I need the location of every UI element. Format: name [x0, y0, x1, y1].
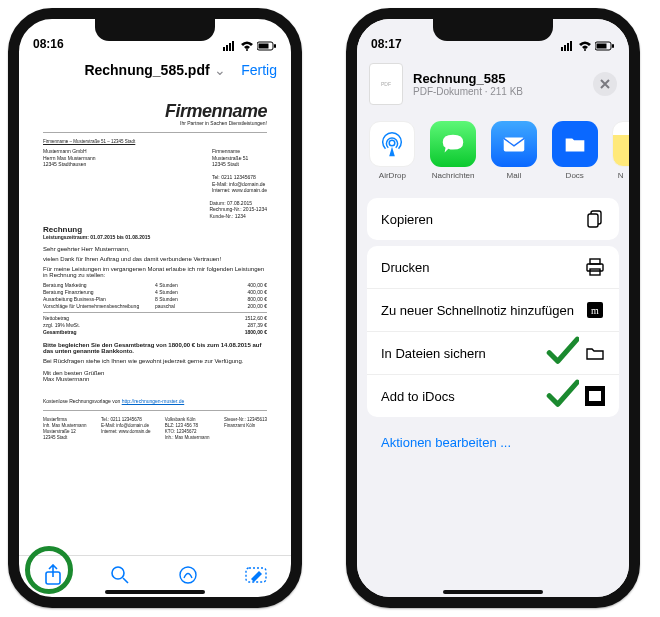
- svg-rect-19: [612, 44, 614, 48]
- action-print[interactable]: Drucken: [367, 246, 619, 289]
- edit-actions-link[interactable]: Aktionen bearbeiten ...: [357, 423, 629, 462]
- svg-point-10: [180, 567, 196, 583]
- status-icons: [561, 41, 615, 51]
- annotation-check: [545, 334, 579, 371]
- foot-col1: Musterfirma Inh. Max Mustermann Musterst…: [43, 417, 87, 440]
- svg-rect-21: [504, 137, 525, 151]
- svg-rect-26: [590, 269, 600, 275]
- idocs-icon: [585, 386, 605, 406]
- chevron-down-icon[interactable]: ⌄: [214, 62, 226, 78]
- signal-icon: [223, 41, 237, 51]
- action-group-1: Kopieren: [367, 198, 619, 240]
- share-title: Rechnung_585: [413, 71, 523, 86]
- print-icon: [585, 257, 605, 277]
- close-button[interactable]: [593, 72, 617, 96]
- svg-rect-3: [232, 41, 234, 51]
- app-airdrop[interactable]: AirDrop: [369, 121, 416, 180]
- share-sheet-header: PDF Rechnung_585 PDF-Dokument · 211 KB: [357, 53, 629, 115]
- app-label: Docs: [551, 171, 598, 180]
- share-subtitle: PDF-Dokument · 211 KB: [413, 86, 523, 97]
- signal-icon: [561, 41, 575, 51]
- clock: 08:17: [371, 37, 402, 51]
- quicknote-icon: m: [585, 300, 605, 320]
- svg-point-16: [584, 49, 586, 51]
- period: Leistungszeitraum: 01.07.2015 bis 01.08.…: [43, 234, 267, 240]
- compose-icon[interactable]: [245, 567, 267, 587]
- app-mail[interactable]: Mail: [491, 121, 538, 180]
- messages-icon: [430, 121, 476, 167]
- done-button[interactable]: Fertig: [241, 62, 277, 78]
- copy-icon: [585, 209, 605, 229]
- app-messages[interactable]: Nachrichten: [430, 121, 477, 180]
- foot-col3: Volksbank Köln BLZ: 123 456 78 KTO: 1234…: [165, 417, 210, 440]
- share-apps-row[interactable]: AirDrop Nachrichten Mail Docs: [357, 115, 629, 192]
- company-addr: Firmenname Musterstraße 51 12345 Stadt T…: [212, 148, 267, 194]
- svg-rect-12: [561, 47, 563, 51]
- greeting: Sehr geehrter Herr Mustermann,: [43, 246, 267, 252]
- doc-thumbnail: PDF: [369, 63, 403, 105]
- mail-icon: [491, 121, 537, 167]
- app-label: Mail: [491, 171, 538, 180]
- notch: [433, 19, 553, 41]
- clock: 08:16: [33, 37, 64, 51]
- svg-rect-6: [259, 44, 269, 49]
- navbar: Rechnung_585.pdf ⌄ Fertig: [19, 53, 291, 87]
- action-save-files[interactable]: In Dateien sichern: [367, 332, 619, 375]
- action-label: Drucken: [381, 260, 429, 275]
- svg-rect-1: [226, 45, 228, 51]
- battery-icon: [595, 41, 615, 51]
- home-indicator[interactable]: [105, 590, 205, 594]
- app-label: AirDrop: [369, 171, 416, 180]
- notes-icon: [612, 121, 629, 167]
- app-label: N: [612, 171, 629, 180]
- recipient-addr: Mustermann GmbH Herrn Max Mustermann 123…: [43, 148, 96, 194]
- footer-link: http://rechnungen-muster.de: [122, 398, 185, 404]
- action-add-idocs[interactable]: Add to iDocs: [367, 375, 619, 417]
- svg-text:m: m: [591, 305, 599, 316]
- para3: Bei Rückfragen stehe ich Ihnen wie gewoh…: [43, 358, 267, 364]
- markup-icon[interactable]: [178, 565, 198, 589]
- action-label: In Dateien sichern: [381, 346, 486, 361]
- para2: Für meine Leistungen im vergangenen Mona…: [43, 266, 267, 278]
- search-icon[interactable]: [110, 565, 130, 589]
- action-label: Zu neuer Schnellnotiz hinzufügen: [381, 303, 574, 318]
- svg-rect-13: [564, 45, 566, 51]
- svg-rect-7: [274, 44, 276, 48]
- share-icon[interactable]: [43, 564, 63, 590]
- folder-icon: [585, 343, 605, 363]
- svg-rect-23: [588, 214, 598, 227]
- svg-rect-24: [590, 259, 600, 264]
- sender-line: Firmenname – Musterstraße 51 – 12345 Sta…: [43, 139, 267, 144]
- svg-rect-14: [567, 43, 569, 51]
- svg-point-9: [112, 567, 124, 579]
- svg-point-4: [246, 49, 248, 51]
- foot-col2: Tel.: 0211 12345678 E-Mail: info@domain.…: [101, 417, 151, 440]
- brand-heading: Firmenname: [43, 101, 267, 122]
- foot-col4: Steuer-Nr.: 12345613 Finanzamt Köln: [224, 417, 267, 440]
- svg-rect-18: [597, 44, 607, 49]
- phone-right: 08:17 PDF Rechnung_585 PDF-Dokument · 21…: [346, 8, 640, 608]
- wifi-icon: [240, 41, 254, 51]
- brand-tagline: Ihr Partner in Sachen Dienstleistungen!: [43, 120, 267, 126]
- app-docs[interactable]: Docs: [551, 121, 598, 180]
- para1: vielen Dank für Ihren Auftrag und das da…: [43, 256, 267, 262]
- home-indicator[interactable]: [443, 590, 543, 594]
- pay-instruction: Bitte begleichen Sie den Gesamtbetrag vo…: [43, 342, 267, 354]
- footer-note: Kostenlose Rechnungsvorlage von: [43, 398, 122, 404]
- action-copy[interactable]: Kopieren: [367, 198, 619, 240]
- action-quicknote[interactable]: Zu neuer Schnellnotiz hinzufügen m: [367, 289, 619, 332]
- status-icons: [223, 41, 277, 51]
- annotation-check: [545, 377, 579, 414]
- action-label: Add to iDocs: [381, 389, 455, 404]
- action-label: Kopieren: [381, 212, 433, 227]
- svg-point-20: [390, 140, 396, 146]
- svg-rect-0: [223, 47, 225, 51]
- pdf-page: Firmenname Ihr Partner in Sachen Dienstl…: [29, 91, 281, 569]
- app-notes-partial[interactable]: N: [612, 121, 629, 180]
- notch: [95, 19, 215, 41]
- battery-icon: [257, 41, 277, 51]
- wifi-icon: [578, 41, 592, 51]
- invoice-meta: Datum: 07.08.2015 Rechnung-Nr.: 2015-123…: [209, 200, 267, 220]
- app-label: Nachrichten: [430, 171, 477, 180]
- doc-title: Rechnung_585.pdf: [84, 62, 209, 78]
